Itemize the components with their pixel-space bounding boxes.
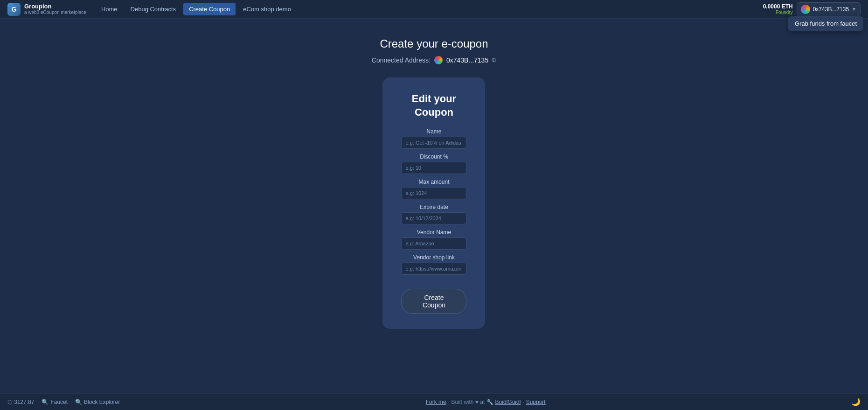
- footer-left: ⬡ 3127.87 🔍 Faucet 🔍 Block Explorer: [7, 399, 120, 405]
- create-coupon-button[interactable]: Create Coupon: [401, 289, 466, 314]
- footer-right: 🌙: [851, 397, 861, 406]
- chevron-down-icon: ▼: [852, 7, 856, 12]
- address-avatar: [434, 56, 443, 64]
- wallet-button[interactable]: 0x743B...7135 ▼: [797, 2, 861, 16]
- label-vendor-name: Vendor Name: [401, 229, 466, 236]
- wallet-address: 0x743B...7135: [813, 6, 849, 13]
- brand-text: Groupion a web3 eCoupon marketplace: [24, 3, 86, 15]
- form-card-title: Edit your Coupon: [412, 92, 456, 119]
- footer-separator1: · Built with ♥ at 🔧: [448, 399, 493, 405]
- eth-currency: ETH: [782, 3, 793, 10]
- dark-mode-icon[interactable]: 🌙: [851, 397, 861, 406]
- label-vendor-link: Vendor shop link: [401, 254, 466, 261]
- nav-links: Home Debug Contracts Create Coupon eCom …: [96, 3, 759, 15]
- connected-address: Connected Address: 0x743B...7135 ⧉: [372, 56, 496, 64]
- form-group-max-amount: Max amount: [401, 179, 466, 199]
- footer: ⬡ 3127.87 🔍 Faucet 🔍 Block Explorer Fork…: [0, 393, 868, 410]
- block-explorer-icon: 🔍: [75, 399, 82, 405]
- form-group-vendor-link: Vendor shop link: [401, 254, 466, 275]
- main-content: Create your e-coupon Connected Address: …: [362, 19, 506, 393]
- footer-separator2: ·: [522, 399, 524, 405]
- input-vendor-name[interactable]: [401, 237, 466, 250]
- support-link[interactable]: Support: [526, 399, 546, 405]
- page-title: Create your e-coupon: [380, 37, 488, 50]
- form-group-name: Name: [401, 128, 466, 149]
- brand-name: Groupion: [24, 3, 86, 10]
- footer-block-explorer[interactable]: 🔍 Block Explorer: [75, 399, 120, 405]
- block-explorer-label: Block Explorer: [84, 399, 120, 405]
- form-group-vendor-name: Vendor Name: [401, 229, 466, 250]
- eth-network: Foundry: [776, 10, 793, 15]
- eth-amount: 0.0000 ETH: [763, 3, 793, 10]
- footer-center: Fork me · Built with ♥ at 🔧 BuidlGuidl ·…: [426, 399, 546, 405]
- address-value: 0x743B...7135: [446, 56, 488, 64]
- footer-faucet[interactable]: 🔍 Faucet: [42, 399, 68, 405]
- copy-icon[interactable]: ⧉: [492, 56, 496, 64]
- faucet-icon: 🔍: [42, 399, 49, 405]
- faucet-tooltip[interactable]: Grab funds from faucet: [788, 16, 863, 31]
- label-discount: Discount %: [401, 153, 466, 160]
- footer-stat-value: ⬡ 3127.87: [7, 399, 34, 405]
- label-name: Name: [401, 128, 466, 135]
- input-expire-date[interactable]: [401, 212, 466, 224]
- stat-number: 3127.87: [14, 399, 34, 405]
- faucet-label: Faucet: [50, 399, 68, 405]
- label-max-amount: Max amount: [401, 179, 466, 185]
- navbar: G Groupion a web3 eCoupon marketplace Ho…: [0, 0, 868, 19]
- nav-create-coupon[interactable]: Create Coupon: [183, 3, 236, 15]
- form-heading-line1: Edit your: [412, 93, 456, 104]
- stat-icon: ⬡: [7, 399, 12, 405]
- fork-me-link[interactable]: Fork me: [426, 399, 446, 405]
- eth-balance: 0.0000 ETH Foundry: [763, 3, 793, 15]
- input-max-amount[interactable]: [401, 187, 466, 199]
- brand: G Groupion a web3 eCoupon marketplace: [7, 3, 86, 16]
- form-group-expire-date: Expire date: [401, 204, 466, 224]
- label-expire-date: Expire date: [401, 204, 466, 210]
- brand-tagline: a web3 eCoupon marketplace: [24, 10, 86, 15]
- input-vendor-link[interactable]: [401, 263, 466, 275]
- buidl-link[interactable]: BuidlGuidl: [495, 399, 521, 405]
- eth-amount-value: 0.0000: [763, 3, 780, 10]
- connected-label: Connected Address:: [372, 56, 431, 64]
- form-heading-line2: Coupon: [415, 106, 453, 118]
- wallet-avatar: [801, 5, 810, 14]
- input-name[interactable]: [401, 137, 466, 149]
- brand-logo: G: [7, 3, 21, 16]
- input-discount[interactable]: [401, 162, 466, 174]
- navbar-right: 0.0000 ETH Foundry 0x743B...7135 ▼: [763, 2, 861, 16]
- nav-debug-contracts[interactable]: Debug Contracts: [125, 3, 182, 15]
- nav-ecom-demo[interactable]: eCom shop demo: [237, 3, 297, 15]
- main-wrapper: Create your e-coupon Connected Address: …: [0, 19, 868, 393]
- form-card: Edit your Coupon Name Discount % Max amo…: [382, 77, 485, 329]
- form-group-discount: Discount %: [401, 153, 466, 174]
- nav-home[interactable]: Home: [96, 3, 123, 15]
